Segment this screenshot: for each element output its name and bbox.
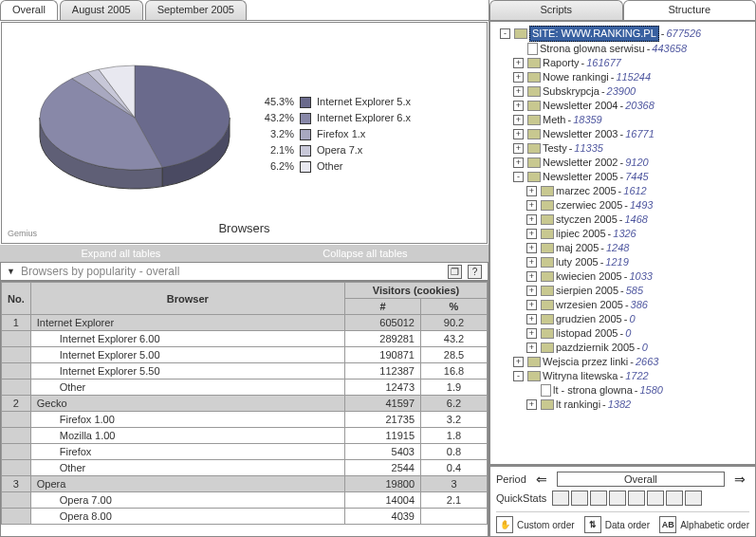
tree-node[interactable]: + Subskrypcja - 23900 bbox=[492, 84, 753, 99]
expand-icon[interactable]: + bbox=[513, 143, 524, 154]
alpha-order-button[interactable]: ABAlphabetic order bbox=[659, 516, 749, 533]
tree-node[interactable]: - Witryna litewska - 1722 bbox=[492, 369, 753, 383]
expand-icon[interactable]: - bbox=[513, 172, 524, 182]
tab-overall[interactable]: Overall bbox=[0, 0, 58, 20]
folder-icon bbox=[541, 229, 554, 239]
tree-node[interactable]: + Newsletter 2003 - 16771 bbox=[492, 127, 753, 141]
table-row[interactable]: Internet Explorer 5.5011238716.8 bbox=[2, 363, 488, 380]
table-row[interactable]: Mozilla 1.00119151.8 bbox=[2, 428, 488, 444]
expand-icon[interactable]: + bbox=[526, 257, 537, 268]
expand-icon[interactable]: + bbox=[526, 243, 537, 253]
table-row[interactable]: Internet Explorer 5.0019087128.5 bbox=[2, 347, 488, 363]
table-group-row[interactable]: 3Opera198003 bbox=[2, 476, 488, 492]
custom-order-button[interactable]: ✋Custom order bbox=[496, 516, 575, 533]
tab-aug2005[interactable]: August 2005 bbox=[60, 0, 143, 20]
tree-node[interactable]: + Nowe rankingi - 115244 bbox=[492, 70, 753, 84]
tree-node[interactable]: + Wejscia przez linki - 2663 bbox=[492, 355, 753, 369]
expand-icon[interactable]: + bbox=[513, 157, 524, 168]
table-group-row[interactable]: 1Internet Explorer60501290.2 bbox=[2, 315, 488, 331]
qs-btn-6[interactable] bbox=[647, 491, 664, 506]
legend-swatch bbox=[300, 129, 311, 140]
expand-icon[interactable]: + bbox=[526, 229, 537, 239]
qs-btn-4[interactable] bbox=[609, 491, 626, 506]
tree-node[interactable]: + luty 2005 - 1219 bbox=[492, 255, 753, 269]
qs-btn-5[interactable] bbox=[628, 491, 645, 506]
tree-node[interactable]: Strona glowna serwisu - 443658 bbox=[492, 42, 753, 56]
hand-icon: ✋ bbox=[496, 516, 513, 533]
tree-node[interactable]: + Raporty - 161677 bbox=[492, 56, 753, 70]
tree-node[interactable]: + czerwiec 2005 - 1493 bbox=[492, 198, 753, 213]
folder-icon bbox=[527, 143, 541, 154]
expand-icon[interactable]: + bbox=[526, 286, 537, 296]
expand-all-link[interactable]: Expand all tables bbox=[81, 248, 160, 259]
tree-node[interactable]: + grudzien 2005 - 0 bbox=[492, 312, 753, 326]
qs-btn-7[interactable] bbox=[666, 491, 683, 506]
legend-item: 45.3%Internet Explorer 5.x bbox=[258, 94, 411, 110]
tree-node[interactable]: + kwiecien 2005 - 1033 bbox=[492, 269, 753, 284]
expand-icon[interactable]: + bbox=[513, 357, 524, 367]
table-row[interactable]: Opera 8.004039 bbox=[2, 509, 488, 525]
tree-node[interactable]: + Testy - 11335 bbox=[492, 141, 753, 156]
table-row[interactable]: Other25440.4 bbox=[2, 460, 488, 476]
tree-node[interactable]: + pazdziernik 2005 - 0 bbox=[492, 341, 753, 355]
expand-icon[interactable]: - bbox=[513, 371, 524, 381]
table-group-row[interactable]: 2Gecko415976.2 bbox=[2, 396, 488, 412]
tree-node[interactable]: + maj 2005 - 1248 bbox=[492, 241, 753, 255]
tab-structure[interactable]: Structure bbox=[623, 0, 757, 20]
copy-icon[interactable]: ❐ bbox=[448, 265, 462, 279]
expand-icon[interactable]: + bbox=[513, 101, 524, 111]
expand-icon[interactable]: + bbox=[513, 72, 524, 83]
tree-node[interactable]: + Newsletter 2002 - 9120 bbox=[492, 156, 753, 170]
expand-icon[interactable]: + bbox=[513, 58, 524, 68]
table-row[interactable]: Firefox 1.00217353.2 bbox=[2, 412, 488, 428]
period-field[interactable]: Overall bbox=[557, 472, 725, 487]
expand-icon[interactable]: + bbox=[526, 328, 537, 339]
expand-icon[interactable]: + bbox=[513, 86, 524, 97]
expand-icon[interactable]: + bbox=[526, 200, 537, 211]
table-row[interactable]: Other124731.9 bbox=[2, 380, 488, 396]
period-next-icon[interactable]: ⇒ bbox=[730, 472, 749, 487]
table-row[interactable]: Internet Explorer 6.0028928143.2 bbox=[2, 331, 488, 347]
expand-icon[interactable]: + bbox=[526, 271, 537, 282]
table-row[interactable]: Opera 7.00140042.1 bbox=[2, 492, 488, 509]
tree-node[interactable]: + Newsletter 2004 - 20368 bbox=[492, 99, 753, 113]
bottom-panel: Period ⇐ Overall ⇒ QuickStats bbox=[489, 465, 756, 537]
watermark: Gemius bbox=[8, 229, 37, 238]
qs-btn-8[interactable] bbox=[685, 491, 702, 506]
tree-node[interactable]: + styczen 2005 - 1468 bbox=[492, 213, 753, 227]
col-count: # bbox=[345, 299, 421, 315]
expand-icon[interactable]: + bbox=[513, 115, 524, 125]
data-order-button[interactable]: ⇅Data order bbox=[584, 516, 650, 533]
folder-icon bbox=[527, 172, 541, 182]
folder-icon bbox=[541, 243, 554, 253]
qs-btn-3[interactable] bbox=[590, 491, 607, 506]
expand-icon[interactable]: + bbox=[526, 186, 537, 196]
expand-icon[interactable]: + bbox=[526, 399, 537, 410]
collapse-all-link[interactable]: Collapse all tables bbox=[323, 248, 407, 259]
expand-icon[interactable]: + bbox=[526, 343, 537, 353]
expand-icon[interactable]: + bbox=[513, 129, 524, 139]
folder-icon bbox=[541, 286, 554, 296]
tree-node[interactable]: lt - strona glowna - 1580 bbox=[492, 383, 753, 398]
tree-node[interactable]: + lt rankingi - 1382 bbox=[492, 398, 753, 412]
tree-node[interactable]: - SITE: WWW.RANKING.PL - 677526 bbox=[492, 26, 753, 42]
table-row[interactable]: Firefox54030.8 bbox=[2, 444, 488, 460]
tree-node[interactable]: + Meth - 18359 bbox=[492, 113, 753, 127]
expand-icon[interactable]: - bbox=[500, 28, 510, 39]
tree-node[interactable]: + wrzesien 2005 - 386 bbox=[492, 298, 753, 312]
tree-node[interactable]: + lipiec 2005 - 1326 bbox=[492, 227, 753, 241]
qs-btn-1[interactable] bbox=[552, 491, 569, 506]
tree-node[interactable]: + listopad 2005 - 0 bbox=[492, 326, 753, 341]
help-icon[interactable]: ? bbox=[468, 265, 482, 279]
tree-node[interactable]: + marzec 2005 - 1612 bbox=[492, 184, 753, 198]
tab-scripts[interactable]: Scripts bbox=[489, 0, 623, 20]
expand-icon[interactable]: + bbox=[526, 214, 537, 225]
qs-btn-2[interactable] bbox=[571, 491, 588, 506]
tree-node[interactable]: + sierpien 2005 - 585 bbox=[492, 284, 753, 298]
period-prev-icon[interactable]: ⇐ bbox=[532, 472, 551, 487]
tree-node[interactable]: - Newsletter 2005 - 7445 bbox=[492, 170, 753, 184]
collapse-toggle-icon[interactable]: ▼ bbox=[7, 267, 15, 276]
expand-icon[interactable]: + bbox=[526, 314, 537, 324]
tab-sep2005[interactable]: September 2005 bbox=[145, 0, 247, 20]
expand-icon[interactable]: + bbox=[526, 300, 537, 310]
